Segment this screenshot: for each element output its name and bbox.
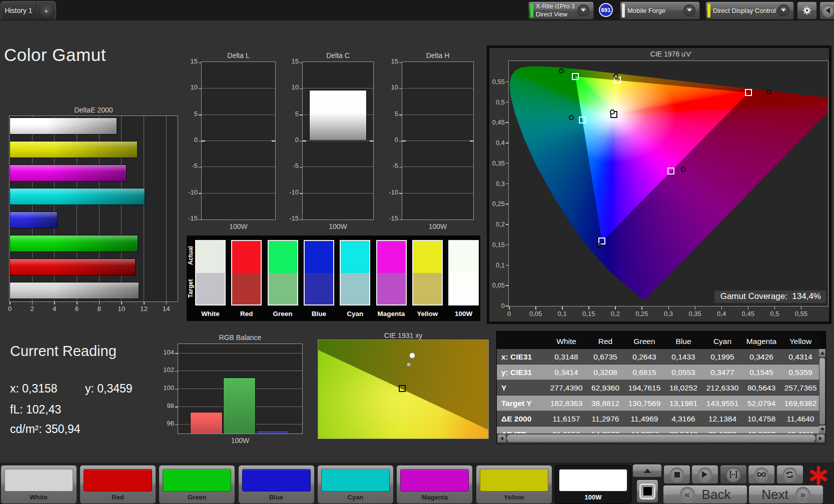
pattern-button-red[interactable]: Red bbox=[80, 465, 156, 504]
source-status-stripe bbox=[622, 4, 625, 18]
gridline bbox=[178, 353, 302, 354]
marker-target bbox=[399, 385, 406, 392]
table-cell: 143,9551 bbox=[703, 396, 742, 411]
play-button[interactable] bbox=[691, 465, 718, 484]
swatch-green bbox=[268, 240, 298, 306]
table-cell: 0,3477 bbox=[703, 364, 742, 380]
y-tick-label: 0 bbox=[383, 136, 398, 144]
x-tick-label: 0,35 bbox=[688, 310, 701, 318]
swatch-target bbox=[305, 273, 333, 305]
gridline bbox=[202, 166, 275, 167]
pattern-button-cyan[interactable]: Cyan bbox=[317, 465, 394, 504]
x-tick-label: 0,55 bbox=[795, 310, 807, 318]
page-title: Color Gamut bbox=[4, 45, 106, 65]
y-tick-label: 100 bbox=[159, 384, 174, 392]
next-button[interactable]: Next » bbox=[748, 485, 823, 504]
single-measure-button[interactable] bbox=[720, 465, 747, 484]
delta-c-title: Delta C bbox=[326, 52, 350, 60]
x-tick-label: 12 bbox=[140, 305, 148, 312]
tick-mark bbox=[300, 62, 302, 64]
up-arrow-icon bbox=[820, 350, 824, 354]
settings-button[interactable] bbox=[797, 2, 817, 20]
pattern-button-blue[interactable]: Blue bbox=[238, 465, 315, 504]
pattern-button-green[interactable]: Green bbox=[159, 465, 235, 504]
swatch-actual bbox=[305, 241, 333, 273]
source-dropdown[interactable]: Mobile Forge bbox=[620, 2, 700, 20]
zero-tick bbox=[202, 140, 205, 142]
table-cell: 38,8812 bbox=[586, 396, 625, 411]
collapse-panel-button[interactable] bbox=[819, 2, 834, 20]
marker-last-measured bbox=[407, 362, 411, 366]
tick-mark bbox=[175, 424, 178, 426]
tick-mark bbox=[506, 184, 508, 184]
pattern-up-button[interactable] bbox=[632, 464, 662, 478]
swatch-target bbox=[196, 273, 225, 305]
tick-mark bbox=[668, 306, 669, 310]
cie1976-plot: Gamut Coverage: 134,4% bbox=[508, 60, 828, 306]
zero-tick bbox=[402, 140, 406, 142]
meter-count-badge[interactable]: 691 bbox=[599, 3, 613, 17]
gamut-coverage-value: 134,4% bbox=[792, 292, 821, 301]
gridline bbox=[202, 88, 275, 88]
infinity-button[interactable] bbox=[748, 465, 775, 484]
pattern-button-white[interactable]: White bbox=[1, 465, 77, 504]
gridline bbox=[202, 114, 275, 115]
horizontal-scroll-thumb[interactable] bbox=[507, 434, 815, 442]
table-cell: 18,0252 bbox=[664, 380, 703, 396]
add-tab-button[interactable]: + bbox=[37, 2, 56, 20]
scroll-right-button[interactable] bbox=[816, 434, 824, 442]
x-tick-label: 0,1 bbox=[558, 310, 567, 318]
measured-marker-cyan bbox=[569, 115, 574, 120]
column-header: White bbox=[547, 334, 586, 349]
y-tick-label: 15 bbox=[182, 58, 198, 65]
pattern-window-icon bbox=[639, 484, 655, 500]
pattern-label: Yellow bbox=[476, 494, 552, 501]
chevron-down-icon[interactable] bbox=[577, 4, 589, 16]
tab-history[interactable]: History 1 bbox=[1, 2, 37, 20]
y-tick-label: 0,5 bbox=[488, 98, 505, 106]
tick-mark bbox=[199, 114, 201, 116]
row-label: ΔE 2000 bbox=[497, 411, 547, 426]
chevron-down-icon[interactable] bbox=[683, 4, 695, 16]
refresh-button[interactable] bbox=[776, 465, 803, 484]
pattern-button-magenta[interactable]: Magenta bbox=[396, 465, 473, 504]
table-cell: 0,3414 bbox=[547, 364, 586, 380]
pattern-button-100w[interactable]: 100W bbox=[555, 465, 631, 504]
vertical-scrollbar[interactable] bbox=[819, 349, 825, 434]
tick-mark bbox=[506, 265, 508, 266]
measured-marker-white bbox=[610, 110, 615, 114]
tick-mark bbox=[300, 141, 302, 142]
stop-button[interactable] bbox=[663, 465, 690, 484]
scroll-down-button[interactable] bbox=[819, 426, 825, 434]
tick-mark bbox=[175, 371, 178, 372]
tick-mark bbox=[399, 114, 402, 116]
back-button[interactable]: « Back bbox=[663, 485, 747, 504]
x-tick-label: 0 bbox=[507, 310, 511, 318]
y-tick-label: 5 bbox=[182, 110, 198, 118]
y-tick-label: 10 bbox=[283, 84, 299, 91]
swatch-actual bbox=[196, 241, 225, 273]
chevron-down-icon[interactable] bbox=[777, 4, 789, 16]
pattern-window-button[interactable] bbox=[636, 480, 658, 503]
marker-reading bbox=[409, 352, 415, 358]
table-cell: 0,1995 bbox=[703, 349, 742, 364]
scroll-up-button[interactable] bbox=[819, 349, 825, 357]
deltae-bar-blue bbox=[10, 212, 58, 228]
y-tick-label: 0,05 bbox=[488, 282, 505, 289]
swatch-target bbox=[269, 273, 297, 305]
pattern-label: 100W bbox=[555, 494, 631, 501]
gridline bbox=[402, 88, 473, 88]
scroll-left-button[interactable] bbox=[498, 434, 506, 442]
display-control-dropdown[interactable]: Direct Display Control bbox=[705, 2, 794, 20]
gear-icon bbox=[801, 5, 812, 16]
horizontal-scrollbar[interactable] bbox=[497, 434, 825, 444]
swatch-red bbox=[231, 240, 262, 306]
meter-dropdown[interactable]: X-Rite i1Pro 3 Direct View bbox=[528, 2, 594, 20]
vertical-scroll-thumb[interactable] bbox=[819, 358, 825, 424]
table-cell: 11,4640 bbox=[781, 411, 820, 426]
swatch-panel: WhiteRedGreenBlueCyanMagentaYellow100WAc… bbox=[187, 236, 480, 321]
x-tick-label: 0,3 bbox=[664, 310, 673, 318]
deltae-bar-red bbox=[10, 258, 136, 276]
pattern-button-yellow[interactable]: Yellow bbox=[476, 465, 552, 504]
meter-name: X-Rite i1Pro 3 bbox=[536, 2, 575, 10]
